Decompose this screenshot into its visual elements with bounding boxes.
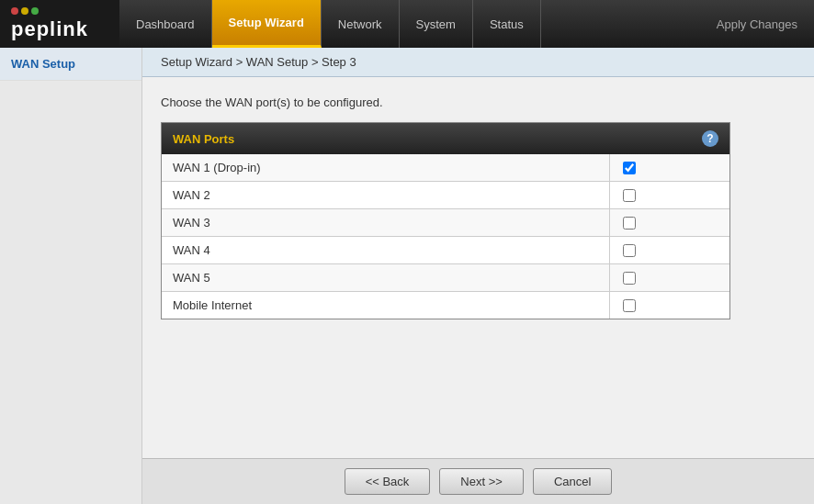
wan-row: WAN 2 bbox=[162, 182, 729, 209]
logo-text: peplink bbox=[11, 17, 88, 41]
wan-4-checkbox[interactable] bbox=[623, 244, 636, 257]
wan-row: WAN 3 bbox=[162, 209, 729, 237]
wan-row: WAN 5 bbox=[162, 264, 729, 292]
main-layout: WAN Setup Setup Wizard > WAN Setup > Ste… bbox=[0, 48, 814, 504]
wan-table-header: WAN Ports ? bbox=[162, 123, 729, 154]
cancel-button[interactable]: Cancel bbox=[533, 468, 612, 495]
help-icon[interactable]: ? bbox=[702, 130, 718, 147]
wan-row-check bbox=[610, 210, 729, 236]
instruction-text: Choose the WAN port(s) to be configured. bbox=[161, 95, 796, 109]
wan-row-name: WAN 4 bbox=[162, 237, 610, 263]
nav-network[interactable]: Network bbox=[322, 0, 400, 48]
nav-setup-wizard[interactable]: Setup Wizard bbox=[212, 0, 322, 48]
wan-row-check bbox=[610, 155, 729, 181]
next-button[interactable]: Next >> bbox=[439, 468, 524, 495]
content-area: Setup Wizard > WAN Setup > Step 3 Choose… bbox=[142, 48, 814, 504]
wan-row-name: WAN 3 bbox=[162, 209, 610, 236]
wan-1-checkbox[interactable] bbox=[623, 162, 636, 174]
logo-dots bbox=[11, 7, 88, 15]
wan-row-check bbox=[610, 183, 729, 208]
wan-5-checkbox[interactable] bbox=[623, 272, 636, 285]
nav-status[interactable]: Status bbox=[473, 0, 541, 48]
dot-yellow bbox=[21, 7, 28, 15]
mobile-internet-checkbox[interactable] bbox=[623, 299, 636, 312]
wan-row-check bbox=[610, 265, 729, 291]
dot-red bbox=[11, 7, 18, 15]
page-body: Choose the WAN port(s) to be configured.… bbox=[142, 77, 814, 458]
dot-green bbox=[31, 7, 39, 15]
apply-changes-button[interactable]: Apply Changes bbox=[700, 0, 814, 48]
wan-2-checkbox[interactable] bbox=[623, 189, 636, 202]
wan-ports-table: WAN Ports ? WAN 1 (Drop-in) WAN 2 W bbox=[161, 122, 730, 319]
nav-dashboard[interactable]: Dashboard bbox=[119, 0, 212, 48]
logo-area: peplink bbox=[0, 0, 119, 48]
sidebar-item-wan-setup[interactable]: WAN Setup bbox=[0, 48, 141, 81]
wan-3-checkbox[interactable] bbox=[623, 217, 636, 230]
topbar: peplink Dashboard Setup Wizard Network S… bbox=[0, 0, 814, 48]
wan-row-check bbox=[610, 238, 729, 263]
wan-row-name: WAN 2 bbox=[162, 182, 610, 208]
wan-row-check bbox=[610, 293, 729, 319]
nav-system[interactable]: System bbox=[400, 0, 473, 48]
wan-row: WAN 1 (Drop-in) bbox=[162, 154, 729, 182]
wan-row-name: Mobile Internet bbox=[162, 292, 610, 319]
sidebar: WAN Setup bbox=[0, 48, 142, 504]
wan-table-title: WAN Ports bbox=[173, 132, 234, 146]
wan-row-name: WAN 5 bbox=[162, 264, 610, 291]
breadcrumb: Setup Wizard > WAN Setup > Step 3 bbox=[142, 48, 814, 77]
wan-row: WAN 4 bbox=[162, 237, 729, 264]
wan-row-name: WAN 1 (Drop-in) bbox=[162, 154, 610, 181]
back-button[interactable]: << Back bbox=[345, 468, 431, 495]
main-nav: Dashboard Setup Wizard Network System St… bbox=[119, 0, 700, 48]
wan-row: Mobile Internet bbox=[162, 292, 729, 319]
bottom-bar: << Back Next >> Cancel bbox=[142, 458, 814, 504]
